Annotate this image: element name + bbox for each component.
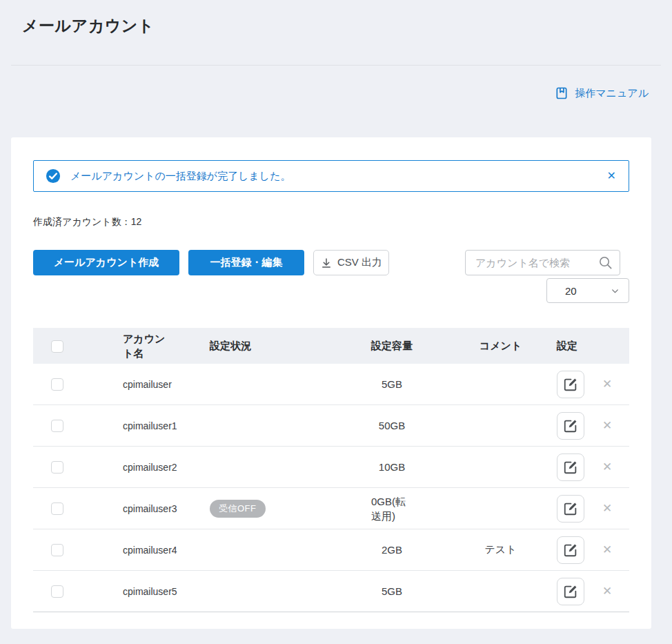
table-row: cpimailuser4 2GB テスト ✕ — [33, 529, 629, 571]
account-name: cpimailuser5 — [123, 585, 178, 598]
row-checkbox[interactable] — [51, 461, 63, 474]
csv-export-label: CSV 出力 — [337, 256, 382, 269]
capacity-cell: 5GB — [382, 377, 402, 391]
edit-square-icon — [563, 377, 578, 392]
delete-button[interactable]: ✕ — [602, 461, 612, 473]
table-header-row: アカウント名 設定状況 設定容量 コメント 設定 — [33, 328, 629, 364]
header-comment: コメント — [454, 340, 547, 353]
header-capacity: 設定容量 — [330, 340, 454, 353]
table-row: cpimailuser 5GB ✕ — [33, 364, 629, 405]
table-row: cpimailuser3 受信OFF 0GB(転送用) ✕ — [33, 488, 629, 529]
csv-export-button[interactable]: CSV 出力 — [313, 250, 389, 275]
button-group: メールアカウント作成 一括登録・編集 CSV 出力 — [33, 250, 389, 275]
account-name: cpimailuser1 — [123, 419, 178, 433]
edit-square-icon — [563, 584, 578, 599]
capacity-cell: 50GB — [379, 418, 405, 433]
account-name: cpimailuser2 — [123, 460, 178, 474]
page-header: メールアカウント — [0, 0, 672, 37]
capacity-cell: 2GB — [382, 543, 402, 557]
success-alert: メールアカウントの一括登録が完了しました。 ✕ — [33, 160, 629, 192]
edit-square-icon — [563, 418, 578, 433]
edit-button[interactable] — [557, 412, 584, 440]
alert-close-button[interactable]: ✕ — [607, 170, 616, 182]
accounts-table: アカウント名 設定状況 設定容量 コメント 設定 cpimailuser 5GB… — [33, 328, 629, 612]
magnifier-icon[interactable] — [597, 255, 613, 273]
bulk-register-button[interactable]: 一括登録・編集 — [188, 250, 304, 275]
edit-square-icon — [563, 543, 578, 558]
table-row: cpimailuser1 50GB ✕ — [33, 405, 629, 447]
header-settings: 設定 — [547, 340, 629, 353]
download-icon — [320, 257, 333, 269]
row-checkbox[interactable] — [51, 378, 63, 391]
status-badge: 受信OFF — [210, 500, 266, 518]
edit-button[interactable] — [557, 536, 584, 564]
manual-row: 操作マニュアル — [0, 66, 672, 100]
edit-button[interactable] — [557, 495, 584, 523]
select-all-checkbox[interactable] — [51, 340, 63, 353]
header-account-name: アカウント名 — [123, 331, 170, 360]
account-name: cpimailuser3 — [123, 502, 178, 516]
table-row: cpimailuser2 10GB ✕ — [33, 447, 629, 488]
table-row: cpimailuser5 5GB ✕ — [33, 571, 629, 612]
manual-link-label: 操作マニュアル — [575, 87, 649, 100]
account-count-text: 作成済アカウント数：12 — [33, 216, 629, 228]
row-checkbox[interactable] — [51, 420, 63, 432]
delete-button[interactable]: ✕ — [602, 544, 612, 556]
capacity-cell: 0GB(転送用) — [371, 494, 413, 523]
delete-button[interactable]: ✕ — [602, 502, 612, 514]
chevron-down-icon — [611, 286, 620, 295]
delete-button[interactable]: ✕ — [602, 420, 612, 431]
comment-cell: テスト — [454, 543, 547, 556]
alert-message: メールアカウントの一括登録が完了しました。 — [70, 170, 291, 183]
account-name: cpimailuser — [123, 378, 178, 391]
create-account-button[interactable]: メールアカウント作成 — [33, 250, 179, 275]
edit-square-icon — [563, 501, 578, 516]
page-size-value: 20 — [565, 285, 577, 297]
capacity-cell: 10GB — [379, 460, 405, 474]
delete-button[interactable]: ✕ — [602, 378, 612, 390]
search-box — [465, 250, 620, 275]
edit-square-icon — [563, 460, 578, 475]
edit-button[interactable] — [557, 453, 584, 481]
page-title: メールアカウント — [22, 15, 650, 37]
edit-button[interactable] — [557, 371, 584, 398]
delete-button[interactable]: ✕ — [602, 585, 612, 597]
controls-row: メールアカウント作成 一括登録・編集 CSV 出力 — [33, 250, 629, 303]
content-card: メールアカウントの一括登録が完了しました。 ✕ 作成済アカウント数：12 メール… — [11, 137, 651, 629]
row-checkbox[interactable] — [51, 585, 63, 598]
edit-button[interactable] — [557, 578, 584, 605]
manual-link[interactable]: 操作マニュアル — [555, 86, 649, 100]
book-bookmark-icon — [555, 86, 569, 100]
right-controls: 20 — [465, 250, 629, 303]
row-checkbox[interactable] — [51, 502, 63, 515]
account-name: cpimailuser4 — [123, 543, 178, 557]
header-status: 設定状況 — [186, 340, 330, 353]
page-size-select[interactable]: 20 — [546, 278, 629, 303]
capacity-cell: 5GB — [382, 584, 402, 598]
check-circle-icon — [46, 168, 61, 184]
row-checkbox[interactable] — [51, 544, 63, 556]
